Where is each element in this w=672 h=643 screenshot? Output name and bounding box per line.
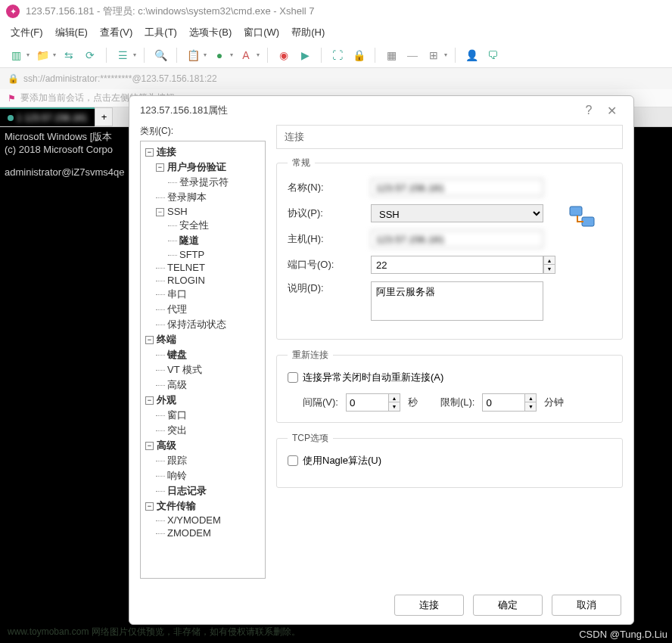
tree-filetransfer[interactable]: −文件传输	[142, 499, 263, 514]
tree-rlogin[interactable]: RLOGIN	[142, 274, 263, 287]
script-icon[interactable]: ▶	[297, 47, 313, 64]
menu-file[interactable]: 文件(F)	[11, 26, 43, 39]
layout-icon[interactable]: ▦	[383, 47, 400, 64]
tcp-group: TCP选项 使用Nagle算法(U)	[276, 432, 623, 488]
menu-tools[interactable]: 工具(T)	[145, 26, 177, 39]
open-icon[interactable]: 📁	[34, 47, 51, 64]
tree-serial[interactable]: 串口	[142, 287, 263, 302]
menu-help[interactable]: 帮助(H)	[291, 26, 325, 39]
port-input[interactable]	[371, 256, 543, 274]
tree-keepalive[interactable]: 保持活动状态	[142, 317, 263, 332]
tree-keyboard[interactable]: 键盘	[142, 347, 263, 362]
copy-icon[interactable]: 📋	[185, 47, 201, 64]
tree-ssh[interactable]: −SSH	[142, 205, 263, 218]
tab-label: 1 123.57.156.181	[17, 113, 87, 123]
nagle-checkbox[interactable]	[288, 455, 298, 466]
tree-proxy[interactable]: 代理	[142, 302, 263, 317]
tree-appearance[interactable]: −外观	[142, 393, 263, 408]
tree-terminal[interactable]: −终端	[142, 332, 263, 347]
font-icon[interactable]: A	[238, 47, 254, 64]
tree-xymodem[interactable]: X/YMODEM	[142, 514, 263, 527]
dropdown-icon[interactable]: ▾	[204, 51, 207, 58]
spin-up-icon[interactable]: ▲	[389, 394, 400, 402]
tree-window[interactable]: 窗口	[142, 408, 263, 423]
flag-icon[interactable]: ⚑	[8, 93, 16, 104]
help-button[interactable]: ?	[577, 104, 600, 117]
fullscreen-icon[interactable]: ⛶	[329, 47, 346, 64]
tree-advanced-terminal[interactable]: 高级	[142, 377, 263, 393]
spin-down-icon[interactable]: ▼	[389, 402, 400, 411]
spin-up-icon[interactable]: ▲	[544, 256, 555, 265]
tree-connection[interactable]: −连接	[142, 144, 263, 160]
spin-down-icon[interactable]: ▼	[525, 402, 536, 411]
sec-label: 秒	[408, 396, 418, 409]
user-icon[interactable]: 👤	[463, 47, 480, 64]
menu-tabs[interactable]: 选项卡(B)	[189, 26, 232, 39]
collapse-icon[interactable]: −	[145, 502, 154, 511]
tree-logging[interactable]: 日志记录	[142, 483, 263, 499]
tree-bell[interactable]: 响铃	[142, 468, 263, 483]
reconnect-legend: 重新连接	[288, 349, 333, 362]
category-tree[interactable]: −连接 −用户身份验证 登录提示符 登录脚本 −SSH 安全性 隧道 SFTP …	[140, 141, 266, 579]
record-icon[interactable]: ◉	[275, 47, 292, 64]
dropdown-icon[interactable]: ▾	[230, 51, 233, 58]
reconnect-icon[interactable]: ⟳	[82, 47, 98, 64]
dropdown-icon[interactable]: ▾	[53, 51, 56, 58]
dropdown-icon[interactable]: ▾	[257, 51, 260, 58]
color-icon[interactable]: ●	[211, 47, 228, 64]
min-label: 分钟	[544, 396, 564, 409]
help-icon[interactable]: 🗨	[484, 47, 501, 64]
collapse-icon[interactable]: −	[145, 442, 154, 450]
lock-icon[interactable]: 🔒	[350, 47, 367, 64]
transfer-icon[interactable]: ⇆	[61, 47, 77, 64]
limit-input[interactable]	[482, 393, 524, 412]
properties-icon[interactable]: ☰	[114, 47, 131, 64]
tree-highlight[interactable]: 突出	[142, 423, 263, 438]
ok-button[interactable]: 确定	[473, 595, 543, 616]
menu-edit[interactable]: 编辑(E)	[55, 26, 88, 39]
tree-telnet[interactable]: TELNET	[142, 261, 263, 274]
connect-button[interactable]: 连接	[394, 595, 464, 616]
cancel-button[interactable]: 取消	[552, 595, 621, 616]
tree-vt[interactable]: VT 模式	[142, 362, 263, 377]
app-titlebar: ✦ 123.57.156.181 - 管理员: c:\windows\syste…	[0, 0, 672, 23]
tree-trace[interactable]: 跟踪	[142, 453, 263, 468]
host-input[interactable]	[371, 230, 543, 248]
grid-icon[interactable]: ⊞	[425, 47, 442, 64]
dialog-title: 123.57.156.181属性	[140, 104, 228, 117]
tree-zmodem[interactable]: ZMODEM	[142, 527, 263, 539]
name-input[interactable]	[371, 179, 543, 197]
menu-view[interactable]: 查看(V)	[100, 26, 132, 39]
protocol-select[interactable]: SSH	[371, 204, 543, 222]
tree-auth[interactable]: −用户身份验证	[142, 160, 263, 175]
menu-window[interactable]: 窗口(W)	[244, 26, 279, 39]
add-tab-button[interactable]: +	[95, 107, 113, 126]
connection-icon	[568, 203, 596, 231]
collapse-icon[interactable]: −	[156, 163, 164, 172]
desc-textarea[interactable]: 阿里云服务器	[371, 281, 543, 321]
collapse-icon[interactable]: −	[145, 148, 154, 157]
tree-advanced[interactable]: −高级	[142, 438, 263, 453]
address-url[interactable]: ssh://administrator:*********@123.57.156…	[23, 73, 217, 84]
tree-login-script[interactable]: 登录脚本	[142, 190, 263, 205]
auto-reconnect-label: 连接异常关闭时自动重新连接(A)	[303, 371, 443, 384]
spin-down-icon[interactable]: ▼	[544, 265, 555, 273]
spin-up-icon[interactable]: ▲	[525, 394, 536, 402]
dropdown-icon[interactable]: ▾	[26, 51, 30, 58]
dropdown-icon[interactable]: ▾	[444, 51, 447, 58]
tree-login-prompt[interactable]: 登录提示符	[142, 175, 263, 190]
collapse-icon[interactable]: −	[145, 396, 154, 405]
auto-reconnect-checkbox[interactable]	[288, 372, 298, 383]
collapse-icon[interactable]: −	[156, 208, 164, 216]
new-session-icon[interactable]: ▥	[8, 47, 24, 64]
tree-sftp[interactable]: SFTP	[142, 248, 263, 261]
interval-input[interactable]	[346, 393, 388, 412]
dropdown-icon[interactable]: ▾	[133, 51, 136, 58]
dash-icon[interactable]: —	[404, 47, 421, 64]
tree-tunnel[interactable]: 隧道	[142, 233, 263, 248]
close-button[interactable]: ✕	[600, 104, 623, 118]
collapse-icon[interactable]: −	[145, 336, 154, 344]
session-tab[interactable]: 1 123.57.156.181	[0, 107, 95, 126]
tree-security[interactable]: 安全性	[142, 218, 263, 233]
search-icon[interactable]: 🔍	[152, 47, 169, 64]
